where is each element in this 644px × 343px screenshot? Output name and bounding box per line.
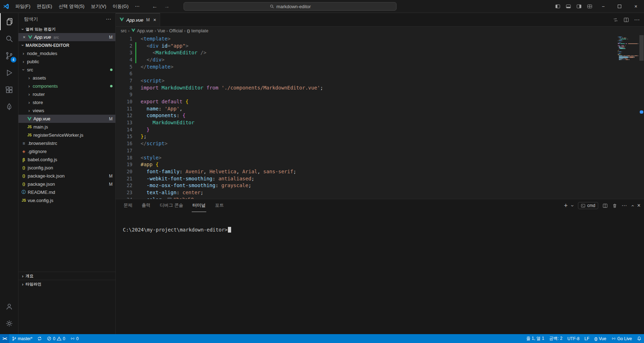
menu-go[interactable]: 이동(G) [109,2,132,11]
terminal-instance-cmd[interactable]: cmd [578,202,598,209]
panel-tab-terminal[interactable]: 터미널 [192,199,207,212]
tree-item-babel-config-js[interactable]: βbabel.config.js [18,156,115,164]
activitybar-source-control[interactable]: 4 [0,47,18,64]
menu-selection[interactable]: 선택 영역(S) [55,2,88,11]
menu-file[interactable]: 파일(F) [12,2,34,11]
close-panel-icon[interactable]: × [637,202,640,209]
panel-tab-debug-console[interactable]: 디버그 콘솔 [159,199,184,212]
minimap-token [619,57,628,58]
language-mode[interactable]: {}Vue [592,334,608,343]
panel-tab-problems[interactable]: 문제 [123,199,133,212]
panel-more-actions-icon[interactable]: ⋯ [622,202,627,209]
tree-item-package-lock-json[interactable]: {}package-lock.jsonM [18,172,115,180]
tree-item-main-js[interactable]: JSmain.js [18,123,115,131]
editor-scrollbar[interactable] [639,35,644,199]
breadcrumb-item-vue-official[interactable]: Vue - Official [158,28,183,33]
encoding-status[interactable]: UTF-8 [565,334,582,343]
token: MarkdownEditor [162,85,203,91]
code-editor[interactable]: 1<template>2 <div id="app">3 <MarkdownEd… [116,35,644,199]
tree-item-node-modules[interactable]: ›node_modules [18,49,115,58]
tree-item-components[interactable]: ›components [18,82,115,90]
split-editor-icon[interactable] [623,17,629,23]
tree-item-app-vue[interactable]: App.vueM [18,115,115,123]
tree-item-package-json[interactable]: {}package.jsonM [18,180,115,188]
close-editor-icon[interactable]: × [21,34,27,40]
explorer-more-actions-icon[interactable]: ⋯ [106,16,111,22]
new-terminal-icon[interactable]: + [564,202,568,209]
tree-item-assets[interactable]: ›assets [18,74,115,82]
status-bar: ><master*000 줄 1, 열 1공백: 2UTF-8LF{}VueGo… [0,334,644,343]
tree-item-views[interactable]: ›views [18,107,115,115]
more-actions-icon[interactable]: ⋯ [634,16,640,23]
activitybar-run-debug[interactable] [0,64,18,81]
minimap-token [634,57,634,58]
minimap-token [621,47,622,47]
terminal-profile-dropdown-icon[interactable]: › [570,205,576,207]
workspace-root-header[interactable]: › MARKDOWN-EDITOR [18,41,115,49]
problems-status[interactable]: 00 [44,334,67,343]
line-content: -moz-osx-font-smoothing: grayscale; [132,183,251,188]
minimap-token [625,43,626,44]
git-branch-status[interactable]: master* [9,334,35,343]
scrollbar-thumb[interactable] [639,35,644,61]
eol-status[interactable]: LF [582,334,592,343]
notifications-bell[interactable] [634,334,644,343]
kill-terminal-icon[interactable] [612,203,617,208]
customize-layout-icon[interactable] [584,2,595,11]
nav-forward-icon[interactable]: → [164,3,170,10]
activitybar-accounts[interactable] [0,298,18,315]
cursor-position[interactable]: 줄 1, 열 1 [524,334,547,343]
tab-appvue[interactable]: App.vue M × [116,13,160,26]
timeline-section-header[interactable]: › 타임라인 [18,280,115,288]
menu-view[interactable]: 보기(V) [88,2,109,11]
close-window-button[interactable]: × [628,0,644,12]
tree-item-src[interactable]: ›src [18,66,115,74]
breadcrumb-item-app-vue[interactable]: App.vue [131,28,153,34]
tree-item-registerserviceworker-js[interactable]: JSregisterServiceWorker.js [18,131,115,139]
panel-tab-ports[interactable]: 포트 [214,199,224,212]
toggle-panel-icon[interactable] [563,2,574,11]
panel-tab-output[interactable]: 출력 [141,199,151,212]
line-content: </script> [132,141,168,146]
tree-item-router[interactable]: ›router [18,90,115,98]
compare-changes-icon[interactable] [613,17,618,23]
tree-item-store[interactable]: ›store [18,98,115,107]
go-live[interactable]: Go Live [609,334,634,343]
close-tab-icon[interactable]: × [153,17,156,23]
sync-status[interactable] [35,334,44,343]
breadcrumb-item-template[interactable]: {}template [187,28,208,33]
minimize-button[interactable]: − [595,0,611,12]
command-center-search[interactable]: markdown-editor [184,2,397,11]
tree-item--browserslistrc[interactable]: ≡.browserslistrc [18,139,115,147]
split-terminal-icon[interactable] [602,203,608,208]
activitybar-search[interactable] [0,30,18,47]
tree-item-vue-config-js[interactable]: JSvue.config.js [18,196,115,205]
sync-icon [37,336,42,341]
indentation-status[interactable]: 공백: 2 [547,334,565,343]
breadcrumb-item-src[interactable]: src [121,28,127,33]
menu-edit[interactable]: 편집(E) [34,2,55,11]
open-editors-header[interactable]: › 열려 있는 편집기 [18,25,115,33]
activitybar-settings[interactable] [0,315,18,332]
open-editor-appvue[interactable]: × App.vue src M [18,33,115,41]
menubar-more-icon[interactable]: ⋯ [132,2,143,11]
tree-item--gitignore[interactable]: ◈.gitignore [18,147,115,156]
tree-item-public[interactable]: ›public [18,58,115,66]
ports-forwarded[interactable]: 0 [68,334,81,343]
toggle-primary-sidebar-icon[interactable] [552,2,563,11]
tree-item-readme-md[interactable]: ⓘREADME.md [18,188,115,196]
activitybar-extensions[interactable] [0,81,18,98]
minimap[interactable] [618,37,638,60]
code-line-4: 4 </div> [116,56,644,63]
maximize-button[interactable] [611,0,628,12]
token: style [143,155,158,160]
tree-item-jsconfig-json[interactable]: {}jsconfig.json [18,164,115,172]
activitybar-explorer[interactable] [0,13,18,30]
activitybar-mongodb[interactable] [0,98,18,115]
nav-back-icon[interactable]: ← [152,3,158,10]
maximize-panel-icon[interactable]: › [629,205,635,207]
remote-indicator[interactable]: >< [0,334,9,343]
outline-section-header[interactable]: › 개요 [18,272,115,280]
terminal-view[interactable]: C:\2024\my-project\markdown-editor> [116,212,644,334]
toggle-secondary-sidebar-icon[interactable] [574,2,584,11]
